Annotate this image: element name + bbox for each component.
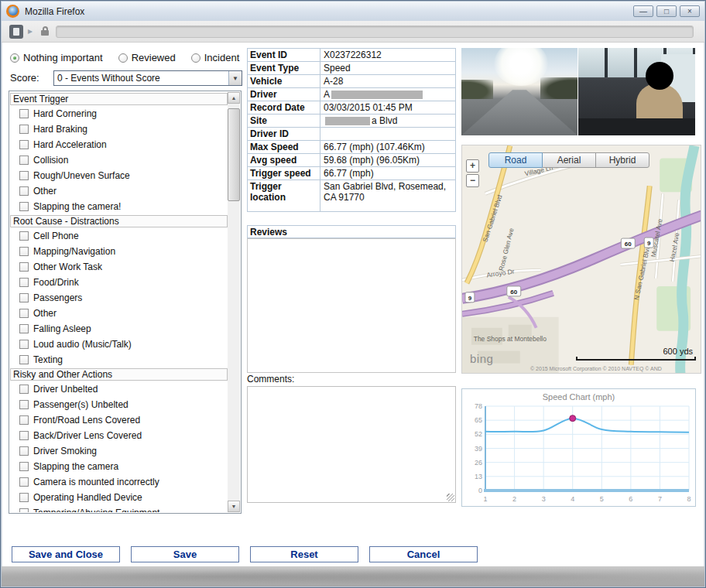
- checkbox-icon[interactable]: [19, 309, 29, 318]
- checkbox-icon[interactable]: [19, 462, 29, 471]
- checkbox-icon[interactable]: [19, 202, 29, 211]
- checklist-item[interactable]: Mapping/Navigation: [10, 244, 228, 259]
- url-bar[interactable]: [56, 26, 694, 38]
- button-reset[interactable]: Reset: [250, 546, 358, 562]
- button-save-and-close[interactable]: Save and Close: [12, 546, 120, 562]
- cab-dashboard: [578, 118, 695, 135]
- dropdown-arrow-button[interactable]: ▼: [228, 71, 242, 85]
- checklist-item[interactable]: Driver Smoking: [10, 443, 228, 459]
- checklist-item-label: Tampering/Abusing Equipment: [33, 508, 159, 512]
- checklist-item[interactable]: Slapping the camera!: [10, 199, 228, 214]
- checklist-item[interactable]: Back/Driver Lens Covered: [10, 428, 228, 443]
- map-view-hybrid[interactable]: Hybrid: [595, 152, 649, 168]
- radio-icon[interactable]: [118, 53, 128, 63]
- checklist-item[interactable]: Cell Phone: [10, 228, 228, 244]
- minimize-button[interactable]: —: [633, 5, 653, 17]
- checklist-item[interactable]: Other: [10, 306, 228, 321]
- checklist-item[interactable]: Texting: [10, 352, 228, 368]
- score-dropdown[interactable]: 0 - Events Without Score ▼: [53, 70, 242, 86]
- status-radio-group: Nothing importantReviewedIncident: [10, 52, 255, 63]
- checklist-item[interactable]: Other Work Task: [10, 259, 228, 275]
- score-row: Score: 0 - Events Without Score ▼: [10, 70, 39, 86]
- checklist-item[interactable]: Hard Acceleration: [10, 137, 228, 152]
- comments-input[interactable]: [247, 386, 456, 503]
- checklist-item[interactable]: Hard Braking: [10, 121, 228, 137]
- checkbox-icon[interactable]: [19, 262, 29, 272]
- scroll-up-button[interactable]: ▲: [228, 92, 240, 104]
- checkbox-icon[interactable]: [19, 324, 29, 333]
- detail-row: Event TypeSpeed: [248, 62, 455, 75]
- checkbox-icon[interactable]: [19, 446, 29, 456]
- checkbox-icon[interactable]: [19, 140, 29, 149]
- footer-buttons: Save and CloseSaveResetCancel: [12, 546, 478, 563]
- checkbox-icon[interactable]: [19, 508, 29, 512]
- status-radio-nothing-important[interactable]: Nothing important: [10, 52, 103, 63]
- checklist-item-label: Collision: [33, 155, 68, 166]
- map-view-road[interactable]: Road: [488, 152, 543, 168]
- checklist-item[interactable]: Driver Unbelted: [10, 381, 228, 397]
- checkbox-icon[interactable]: [19, 156, 29, 165]
- checkbox-icon[interactable]: [19, 109, 29, 118]
- checklist-item[interactable]: Food/Drink: [10, 275, 228, 290]
- radio-icon[interactable]: [191, 53, 200, 63]
- checklist-item[interactable]: Hard Cornering: [10, 106, 228, 121]
- detail-label: Driver: [248, 88, 320, 101]
- checklist-item[interactable]: Passengers: [10, 290, 228, 306]
- checkbox-icon[interactable]: [19, 278, 29, 287]
- map-view-aerial[interactable]: Aerial: [542, 152, 596, 168]
- checklist-item[interactable]: Tampering/Abusing Equipment: [10, 505, 228, 512]
- checkbox-icon[interactable]: [19, 231, 29, 241]
- checklist-item[interactable]: Operating Handled Device: [10, 490, 228, 505]
- checklist-item[interactable]: Collision: [10, 152, 228, 168]
- checkbox-icon[interactable]: [19, 340, 29, 349]
- checklist-item-label: Mapping/Navigation: [33, 246, 115, 257]
- roadside-trees-left: [461, 80, 493, 99]
- checklist-item[interactable]: Loud audio (Music/Talk): [10, 337, 228, 352]
- status-radio-incident[interactable]: Incident: [191, 52, 240, 63]
- checklist-item[interactable]: Passenger(s) Unbelted: [10, 397, 228, 412]
- checkbox-icon[interactable]: [19, 355, 29, 364]
- zoom-out-button[interactable]: −: [466, 174, 479, 187]
- button-save[interactable]: Save: [131, 546, 239, 562]
- detail-label: Event Type: [248, 62, 320, 74]
- checklist-scrollbar[interactable]: ▲ ▼: [228, 92, 240, 512]
- checklist-item[interactable]: Front/Road Lens Covered: [10, 412, 228, 428]
- checkbox-icon[interactable]: [19, 293, 29, 303]
- detail-value: [320, 128, 455, 140]
- close-button[interactable]: ×: [680, 5, 700, 17]
- map-panel[interactable]: Village LnSan Gabriel BlvdRose Glen AveA…: [461, 145, 701, 374]
- scroll-track[interactable]: [228, 104, 240, 501]
- detail-label: Trigger location: [248, 180, 320, 211]
- page-icon[interactable]: [9, 25, 23, 39]
- checkbox-icon[interactable]: [19, 415, 29, 425]
- window-title: Mozilla Firefox: [25, 6, 633, 17]
- maximize-button[interactable]: □: [656, 5, 677, 17]
- checkbox-icon[interactable]: [19, 385, 29, 394]
- detail-value: 66.77 (mph): [320, 167, 455, 179]
- checkbox-icon[interactable]: [19, 125, 29, 134]
- scroll-thumb[interactable]: [228, 108, 240, 201]
- radio-icon[interactable]: [10, 53, 19, 63]
- resize-grip-icon[interactable]: [447, 494, 454, 501]
- checkbox-icon[interactable]: [19, 247, 29, 256]
- chart-xtick-label: 4: [571, 495, 574, 503]
- checklist-item[interactable]: Rough/Uneven Surface: [10, 168, 228, 183]
- window-bottom-edge: [2, 566, 704, 586]
- checkbox-icon[interactable]: [19, 186, 29, 196]
- checklist-item-label: Other Work Task: [33, 262, 102, 272]
- checkbox-icon[interactable]: [19, 400, 29, 409]
- status-radio-reviewed[interactable]: Reviewed: [118, 52, 176, 63]
- zoom-in-button[interactable]: +: [466, 159, 479, 173]
- button-cancel[interactable]: Cancel: [369, 546, 478, 562]
- radio-label: Incident: [204, 52, 240, 63]
- checkbox-icon[interactable]: [19, 493, 29, 502]
- checklist-item[interactable]: Slapping the camera: [10, 459, 228, 474]
- checkbox-icon[interactable]: [19, 171, 29, 180]
- checkbox-icon[interactable]: [19, 431, 29, 440]
- chart-xtick-label: 1: [483, 495, 487, 503]
- checklist-item[interactable]: Falling Asleep: [10, 321, 228, 337]
- checklist-item[interactable]: Camera is mounted incorrectly: [10, 474, 228, 490]
- scroll-down-button[interactable]: ▼: [228, 501, 240, 512]
- checklist-item[interactable]: Other: [10, 183, 228, 199]
- checkbox-icon[interactable]: [19, 477, 29, 487]
